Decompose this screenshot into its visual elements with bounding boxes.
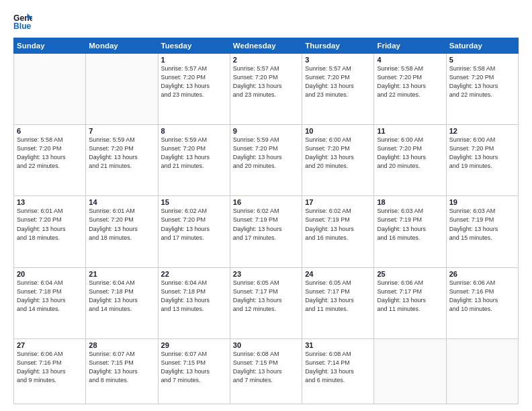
calendar-day-cell	[14, 54, 86, 125]
day-detail: Sunrise: 6:05 AM Sunset: 7:17 PM Dayligh…	[305, 279, 371, 314]
day-number: 5	[449, 56, 515, 64]
day-number: 8	[161, 127, 227, 135]
calendar-day-cell: 20Sunrise: 6:04 AM Sunset: 7:18 PM Dayli…	[14, 267, 86, 338]
calendar-day-cell: 15Sunrise: 6:02 AM Sunset: 7:20 PM Dayli…	[158, 196, 230, 267]
calendar-day-cell: 4Sunrise: 5:58 AM Sunset: 7:20 PM Daylig…	[374, 54, 446, 125]
header: General Blue	[13, 12, 519, 31]
day-detail: Sunrise: 5:59 AM Sunset: 7:20 PM Dayligh…	[161, 136, 227, 171]
calendar-week-row: 20Sunrise: 6:04 AM Sunset: 7:18 PM Dayli…	[14, 267, 519, 338]
calendar-header-sunday: Sunday	[14, 38, 86, 54]
day-number: 12	[449, 127, 515, 135]
day-detail: Sunrise: 6:02 AM Sunset: 7:19 PM Dayligh…	[233, 207, 299, 242]
calendar-day-cell: 14Sunrise: 6:01 AM Sunset: 7:20 PM Dayli…	[86, 196, 158, 267]
day-detail: Sunrise: 5:58 AM Sunset: 7:20 PM Dayligh…	[449, 64, 515, 99]
logo: General Blue	[13, 12, 35, 31]
day-number: 21	[89, 270, 154, 278]
day-detail: Sunrise: 6:07 AM Sunset: 7:15 PM Dayligh…	[161, 350, 227, 385]
day-number: 7	[89, 127, 154, 135]
day-number: 18	[377, 198, 443, 206]
calendar-day-cell: 10Sunrise: 6:00 AM Sunset: 7:20 PM Dayli…	[302, 125, 374, 196]
svg-text:Blue: Blue	[13, 21, 32, 31]
day-detail: Sunrise: 6:03 AM Sunset: 7:19 PM Dayligh…	[449, 207, 515, 242]
page: General Blue SundayMondayTuesdayWednesda…	[0, 0, 532, 411]
calendar-day-cell: 25Sunrise: 6:06 AM Sunset: 7:17 PM Dayli…	[374, 267, 446, 338]
day-number: 20	[17, 270, 83, 278]
calendar-day-cell: 5Sunrise: 5:58 AM Sunset: 7:20 PM Daylig…	[446, 54, 518, 125]
day-number: 30	[233, 341, 299, 349]
calendar-day-cell: 28Sunrise: 6:07 AM Sunset: 7:15 PM Dayli…	[86, 338, 158, 404]
day-number: 22	[161, 270, 227, 278]
calendar-day-cell: 17Sunrise: 6:02 AM Sunset: 7:19 PM Dayli…	[302, 196, 374, 267]
day-number: 1	[161, 56, 227, 64]
day-number: 27	[17, 341, 83, 349]
day-number: 4	[377, 56, 443, 64]
calendar-week-row: 27Sunrise: 6:06 AM Sunset: 7:16 PM Dayli…	[14, 338, 519, 404]
calendar-day-cell: 29Sunrise: 6:07 AM Sunset: 7:15 PM Dayli…	[158, 338, 230, 404]
day-detail: Sunrise: 6:04 AM Sunset: 7:18 PM Dayligh…	[161, 279, 227, 314]
day-detail: Sunrise: 6:01 AM Sunset: 7:20 PM Dayligh…	[89, 207, 154, 242]
calendar-day-cell: 21Sunrise: 6:04 AM Sunset: 7:18 PM Dayli…	[86, 267, 158, 338]
calendar-day-cell: 7Sunrise: 5:59 AM Sunset: 7:20 PM Daylig…	[86, 125, 158, 196]
day-number: 31	[305, 341, 371, 349]
calendar-header-monday: Monday	[86, 38, 158, 54]
day-detail: Sunrise: 6:03 AM Sunset: 7:19 PM Dayligh…	[377, 207, 443, 242]
day-number: 10	[305, 127, 371, 135]
day-detail: Sunrise: 6:00 AM Sunset: 7:20 PM Dayligh…	[449, 136, 515, 171]
calendar-day-cell: 24Sunrise: 6:05 AM Sunset: 7:17 PM Dayli…	[302, 267, 374, 338]
day-detail: Sunrise: 6:08 AM Sunset: 7:15 PM Dayligh…	[233, 350, 299, 385]
calendar-day-cell: 2Sunrise: 5:57 AM Sunset: 7:20 PM Daylig…	[230, 54, 302, 125]
day-detail: Sunrise: 6:04 AM Sunset: 7:18 PM Dayligh…	[89, 279, 154, 314]
day-detail: Sunrise: 5:57 AM Sunset: 7:20 PM Dayligh…	[233, 64, 299, 99]
calendar-header-saturday: Saturday	[446, 38, 518, 54]
day-number: 11	[377, 127, 443, 135]
day-detail: Sunrise: 6:06 AM Sunset: 7:16 PM Dayligh…	[17, 350, 83, 385]
calendar-day-cell	[86, 54, 158, 125]
logo-icon: General Blue	[13, 12, 32, 31]
day-number: 24	[305, 270, 371, 278]
calendar-day-cell: 16Sunrise: 6:02 AM Sunset: 7:19 PM Dayli…	[230, 196, 302, 267]
day-detail: Sunrise: 6:05 AM Sunset: 7:17 PM Dayligh…	[233, 279, 299, 314]
day-number: 28	[89, 341, 154, 349]
calendar-day-cell: 26Sunrise: 6:06 AM Sunset: 7:16 PM Dayli…	[446, 267, 518, 338]
calendar-day-cell: 30Sunrise: 6:08 AM Sunset: 7:15 PM Dayli…	[230, 338, 302, 404]
calendar-header-row: SundayMondayTuesdayWednesdayThursdayFrid…	[14, 38, 519, 54]
calendar-header-friday: Friday	[374, 38, 446, 54]
calendar-header-tuesday: Tuesday	[158, 38, 230, 54]
day-number: 13	[17, 198, 83, 206]
calendar-day-cell: 18Sunrise: 6:03 AM Sunset: 7:19 PM Dayli…	[374, 196, 446, 267]
day-number: 15	[161, 198, 227, 206]
calendar-day-cell	[374, 338, 446, 404]
calendar-day-cell: 8Sunrise: 5:59 AM Sunset: 7:20 PM Daylig…	[158, 125, 230, 196]
calendar-day-cell: 6Sunrise: 5:58 AM Sunset: 7:20 PM Daylig…	[14, 125, 86, 196]
day-number: 16	[233, 198, 299, 206]
day-number: 2	[233, 56, 299, 64]
day-number: 3	[305, 56, 371, 64]
day-number: 9	[233, 127, 299, 135]
calendar-day-cell: 31Sunrise: 6:08 AM Sunset: 7:14 PM Dayli…	[302, 338, 374, 404]
calendar-week-row: 13Sunrise: 6:01 AM Sunset: 7:20 PM Dayli…	[14, 196, 519, 267]
day-detail: Sunrise: 6:00 AM Sunset: 7:20 PM Dayligh…	[305, 136, 371, 171]
day-detail: Sunrise: 5:58 AM Sunset: 7:20 PM Dayligh…	[17, 136, 83, 171]
calendar-day-cell	[446, 338, 518, 404]
calendar-day-cell: 23Sunrise: 6:05 AM Sunset: 7:17 PM Dayli…	[230, 267, 302, 338]
calendar-header-wednesday: Wednesday	[230, 38, 302, 54]
calendar-week-row: 1Sunrise: 5:57 AM Sunset: 7:20 PM Daylig…	[14, 54, 519, 125]
calendar-table: SundayMondayTuesdayWednesdayThursdayFrid…	[13, 38, 519, 404]
day-number: 25	[377, 270, 443, 278]
day-detail: Sunrise: 5:57 AM Sunset: 7:20 PM Dayligh…	[161, 64, 227, 99]
calendar-week-row: 6Sunrise: 5:58 AM Sunset: 7:20 PM Daylig…	[14, 125, 519, 196]
calendar-day-cell: 3Sunrise: 5:57 AM Sunset: 7:20 PM Daylig…	[302, 54, 374, 125]
day-detail: Sunrise: 5:57 AM Sunset: 7:20 PM Dayligh…	[305, 64, 371, 99]
day-number: 29	[161, 341, 227, 349]
day-detail: Sunrise: 6:06 AM Sunset: 7:16 PM Dayligh…	[449, 279, 515, 314]
calendar-day-cell: 12Sunrise: 6:00 AM Sunset: 7:20 PM Dayli…	[446, 125, 518, 196]
day-detail: Sunrise: 6:08 AM Sunset: 7:14 PM Dayligh…	[305, 350, 371, 385]
day-detail: Sunrise: 5:59 AM Sunset: 7:20 PM Dayligh…	[89, 136, 154, 171]
calendar-header-thursday: Thursday	[302, 38, 374, 54]
day-number: 6	[17, 127, 83, 135]
day-number: 14	[89, 198, 154, 206]
day-detail: Sunrise: 6:00 AM Sunset: 7:20 PM Dayligh…	[377, 136, 443, 171]
day-number: 17	[305, 198, 371, 206]
calendar-day-cell: 11Sunrise: 6:00 AM Sunset: 7:20 PM Dayli…	[374, 125, 446, 196]
day-detail: Sunrise: 5:58 AM Sunset: 7:20 PM Dayligh…	[377, 64, 443, 99]
